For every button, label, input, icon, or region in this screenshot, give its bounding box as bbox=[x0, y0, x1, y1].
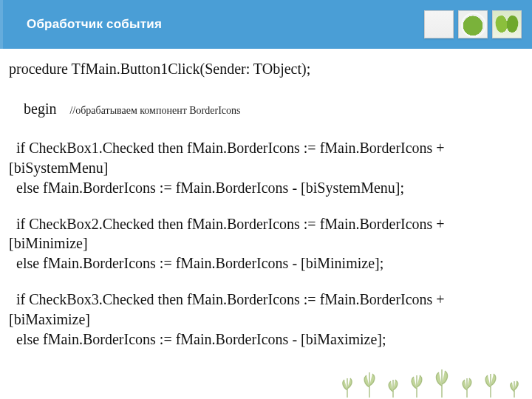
code-line: procedure TfMain.Button1Click(Sender: TO… bbox=[9, 59, 523, 79]
thumbnail-leaf-icon bbox=[492, 10, 522, 38]
thumbnail-blank-icon bbox=[424, 10, 454, 38]
header-thumbnails bbox=[424, 10, 522, 38]
code-line: else fMain.BorderIcons := fMain.BorderIc… bbox=[9, 330, 523, 349]
code-keyword-begin: begin bbox=[24, 100, 56, 117]
code-block: procedure TfMain.Button1Click(Sender: TO… bbox=[0, 49, 532, 349]
code-line: else fMain.BorderIcons := fMain.BorderIc… bbox=[9, 178, 523, 198]
code-line: begin//обрабатываем компонент BorderIcon… bbox=[9, 79, 523, 138]
code-line: else fMain.BorderIcons := fMain.BorderIc… bbox=[9, 253, 523, 273]
slide-title: Обработчик события bbox=[27, 17, 162, 32]
slide-header: Обработчик события bbox=[0, 0, 532, 49]
code-line: if CheckBox2.Checked then fMain.BorderIc… bbox=[9, 214, 523, 254]
footer-plants-icon bbox=[340, 355, 532, 399]
code-comment: //обрабатываем компонент BorderIcons bbox=[69, 105, 240, 116]
thumbnail-globe-icon bbox=[458, 10, 488, 38]
blank-line bbox=[9, 273, 523, 290]
code-line: if CheckBox1.Checked then fMain.BorderIc… bbox=[9, 138, 523, 178]
blank-line bbox=[9, 198, 523, 214]
code-line: if CheckBox3.Checked then fMain.BorderIc… bbox=[9, 290, 523, 330]
